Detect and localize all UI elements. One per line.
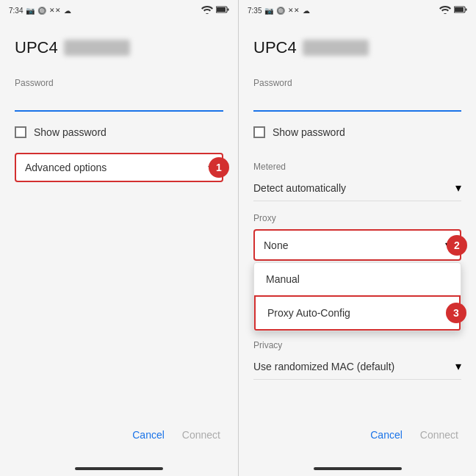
detect-automatically-text: Detect automatically bbox=[253, 182, 346, 194]
badge-1: 1 bbox=[209, 157, 229, 178]
connect-button-left[interactable]: Connect bbox=[179, 423, 223, 447]
show-password-label-right: Show password bbox=[273, 126, 345, 138]
wifi-name-right: UPC4 bbox=[253, 38, 461, 57]
proxy-auto-config-item[interactable]: Proxy Auto-Config 3 bbox=[254, 295, 461, 331]
cloud-icon: ☁ bbox=[64, 7, 71, 15]
privacy-arrow-icon: ▾ bbox=[455, 359, 461, 373]
left-action-row: Cancel Connect bbox=[15, 408, 223, 447]
time-right: 7:35 bbox=[248, 7, 262, 15]
wifi-name-blur-right bbox=[303, 40, 369, 56]
battery-icon bbox=[216, 6, 229, 15]
left-status-bar: 7:34 📷 🔘 ✕✕ ☁ bbox=[0, 0, 238, 21]
show-password-row-left[interactable]: Show password bbox=[15, 126, 223, 138]
status-left: 7:34 📷 🔘 ✕✕ ☁ bbox=[9, 7, 71, 15]
xx-icon-right: ✕✕ bbox=[288, 7, 300, 14]
privacy-dropdown[interactable]: Use randomized MAC (default) ▾ bbox=[253, 353, 461, 380]
metered-dropdown[interactable]: Detect automatically ▾ bbox=[253, 175, 461, 201]
password-label-left: Password bbox=[15, 78, 223, 88]
cloud-icon-right: ☁ bbox=[303, 7, 310, 15]
connect-button-right[interactable]: Connect bbox=[417, 423, 461, 447]
proxy-section-label: Proxy bbox=[253, 213, 461, 223]
password-input-left[interactable] bbox=[15, 91, 223, 112]
status-left-right: 7:35 📷 🔘 ✕✕ ☁ bbox=[248, 7, 310, 15]
metered-label: Metered bbox=[253, 162, 461, 172]
show-password-row-right[interactable]: Show password bbox=[253, 126, 461, 138]
left-content: UPC4 Password Show password Advanced opt… bbox=[0, 21, 238, 461]
cancel-button-right[interactable]: Cancel bbox=[367, 423, 405, 447]
wifi-dot-icon: 🔘 bbox=[37, 7, 46, 15]
home-indicator-left bbox=[75, 467, 163, 470]
password-input-right[interactable] bbox=[253, 91, 461, 112]
password-label-right: Password bbox=[253, 78, 461, 88]
advanced-options-label: Advanced options bbox=[25, 162, 107, 173]
privacy-label: Privacy bbox=[253, 340, 461, 350]
home-indicator-right bbox=[314, 467, 402, 470]
show-password-checkbox-right[interactable] bbox=[253, 126, 265, 138]
right-status-bar: 7:35 📷 🔘 ✕✕ ☁ bbox=[239, 0, 476, 21]
status-right bbox=[201, 5, 229, 15]
show-password-checkbox-left[interactable] bbox=[15, 126, 26, 138]
battery-icon-right bbox=[454, 6, 467, 15]
left-panel: 7:34 📷 🔘 ✕✕ ☁ UPC4 Password Show passwor… bbox=[0, 0, 238, 476]
proxy-dropdown[interactable]: None ▾ 2 bbox=[253, 229, 461, 261]
show-password-label-left: Show password bbox=[34, 126, 107, 138]
right-panel: 7:35 📷 🔘 ✕✕ ☁ UPC4 Password Show passwor… bbox=[238, 0, 476, 476]
advanced-options-dropdown[interactable]: Advanced options ▾ 1 bbox=[15, 153, 223, 182]
wifi-dot-icon-right: 🔘 bbox=[276, 7, 285, 15]
badge-3: 3 bbox=[446, 303, 466, 323]
svg-rect-2 bbox=[217, 7, 226, 12]
metered-arrow-icon: ▾ bbox=[455, 181, 461, 195]
proxy-none-text: None bbox=[264, 239, 288, 251]
time-left: 7:34 bbox=[9, 7, 23, 15]
proxy-popup: Manual Proxy Auto-Config 3 bbox=[253, 262, 461, 331]
right-action-row: Cancel Connect bbox=[253, 408, 461, 447]
wifi-name-blur bbox=[64, 40, 130, 56]
svg-rect-4 bbox=[466, 9, 467, 11]
svg-rect-1 bbox=[228, 9, 229, 11]
privacy-value-text: Use randomized MAC (default) bbox=[253, 361, 394, 372]
svg-rect-5 bbox=[455, 7, 464, 12]
badge-2: 2 bbox=[447, 235, 467, 256]
wifi-signal-icon-right bbox=[439, 5, 451, 15]
right-content: UPC4 Password Show password Metered Dete… bbox=[239, 21, 476, 461]
wifi-signal-icon bbox=[201, 5, 213, 15]
camera-icon-right: 📷 bbox=[264, 7, 273, 15]
status-right-right bbox=[439, 5, 467, 15]
camera-icon: 📷 bbox=[26, 7, 35, 15]
xx-icon: ✕✕ bbox=[49, 7, 61, 14]
proxy-manual-item[interactable]: Manual bbox=[254, 263, 461, 295]
wifi-name-left: UPC4 bbox=[15, 38, 223, 57]
cancel-button-left[interactable]: Cancel bbox=[129, 423, 167, 447]
